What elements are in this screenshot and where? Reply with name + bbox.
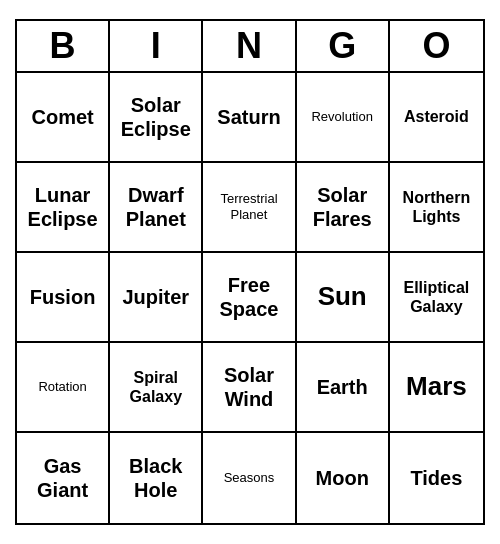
header-letter-n: N <box>203 21 296 71</box>
bingo-cell-12: FreeSpace <box>203 253 296 343</box>
bingo-cell-text-6: DwarfPlanet <box>126 183 186 231</box>
bingo-grid: CometSolarEclipseSaturnRevolutionAsteroi… <box>17 73 483 523</box>
bingo-cell-text-23: Moon <box>316 466 369 490</box>
bingo-cell-21: BlackHole <box>110 433 203 523</box>
bingo-cell-text-17: SolarWind <box>224 363 274 411</box>
bingo-cell-text-16: SpiralGalaxy <box>130 368 182 406</box>
bingo-header: BINGO <box>17 21 483 73</box>
bingo-cell-text-24: Tides <box>410 466 462 490</box>
bingo-cell-0: Comet <box>17 73 110 163</box>
bingo-cell-text-7: TerrestrialPlanet <box>220 191 277 222</box>
bingo-cell-2: Saturn <box>203 73 296 163</box>
bingo-cell-text-10: Fusion <box>30 285 96 309</box>
bingo-cell-text-19: Mars <box>406 371 467 402</box>
bingo-cell-text-20: GasGiant <box>37 454 88 502</box>
bingo-card: BINGO CometSolarEclipseSaturnRevolutionA… <box>15 19 485 525</box>
bingo-cell-20: GasGiant <box>17 433 110 523</box>
bingo-cell-text-15: Rotation <box>38 379 86 395</box>
bingo-cell-18: Earth <box>297 343 390 433</box>
bingo-cell-16: SpiralGalaxy <box>110 343 203 433</box>
bingo-cell-text-9: NorthernLights <box>403 188 471 226</box>
bingo-cell-text-22: Seasons <box>224 470 275 486</box>
bingo-cell-text-0: Comet <box>31 105 93 129</box>
bingo-cell-text-8: SolarFlares <box>313 183 372 231</box>
bingo-cell-4: Asteroid <box>390 73 483 163</box>
bingo-cell-14: EllipticalGalaxy <box>390 253 483 343</box>
bingo-cell-6: DwarfPlanet <box>110 163 203 253</box>
bingo-cell-text-4: Asteroid <box>404 107 469 126</box>
bingo-cell-3: Revolution <box>297 73 390 163</box>
bingo-cell-text-2: Saturn <box>217 105 280 129</box>
bingo-cell-text-11: Jupiter <box>122 285 189 309</box>
bingo-cell-17: SolarWind <box>203 343 296 433</box>
header-letter-b: B <box>17 21 110 71</box>
bingo-cell-22: Seasons <box>203 433 296 523</box>
bingo-cell-15: Rotation <box>17 343 110 433</box>
bingo-cell-9: NorthernLights <box>390 163 483 253</box>
bingo-cell-10: Fusion <box>17 253 110 343</box>
bingo-cell-1: SolarEclipse <box>110 73 203 163</box>
bingo-cell-text-1: SolarEclipse <box>121 93 191 141</box>
bingo-cell-7: TerrestrialPlanet <box>203 163 296 253</box>
bingo-cell-23: Moon <box>297 433 390 523</box>
header-letter-i: I <box>110 21 203 71</box>
bingo-cell-text-3: Revolution <box>311 109 372 125</box>
bingo-cell-13: Sun <box>297 253 390 343</box>
header-letter-g: G <box>297 21 390 71</box>
bingo-cell-11: Jupiter <box>110 253 203 343</box>
header-letter-o: O <box>390 21 483 71</box>
bingo-cell-text-5: LunarEclipse <box>28 183 98 231</box>
bingo-cell-text-14: EllipticalGalaxy <box>403 278 469 316</box>
bingo-cell-24: Tides <box>390 433 483 523</box>
bingo-cell-text-18: Earth <box>317 375 368 399</box>
bingo-cell-19: Mars <box>390 343 483 433</box>
bingo-cell-5: LunarEclipse <box>17 163 110 253</box>
bingo-cell-text-21: BlackHole <box>129 454 182 502</box>
bingo-cell-text-12: FreeSpace <box>220 273 279 321</box>
bingo-cell-text-13: Sun <box>318 281 367 312</box>
bingo-cell-8: SolarFlares <box>297 163 390 253</box>
